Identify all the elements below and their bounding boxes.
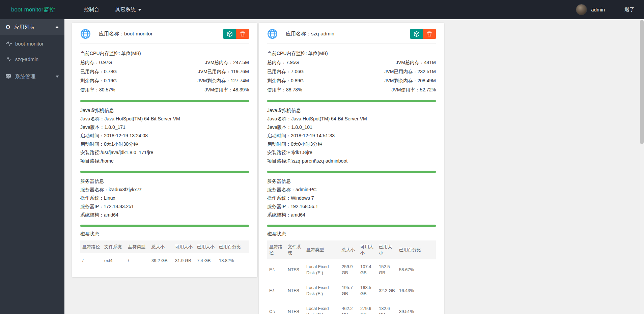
disk-column-header: 已用百分比 <box>217 240 249 253</box>
disk-table-cell: C:\ <box>267 301 286 314</box>
sidebar-app-list: boot-monitorszq-admin <box>0 36 64 66</box>
nav-item-other-systems[interactable]: 其它系统 <box>107 6 149 13</box>
disk-status-heading: 磁盘状态 <box>267 231 436 237</box>
delete-button[interactable] <box>236 29 249 39</box>
cpu-memory-heading: 当前CPU内存监控: 单位(MB) <box>80 49 249 58</box>
cpu-memory-row: 剩余内存：0.89GJVM剩余内存：208.49M <box>267 76 436 85</box>
disk-column-header: 可用大小 <box>358 240 377 259</box>
nav-item-console[interactable]: 控制台 <box>76 6 107 13</box>
jvm-metric: JVM总内存：247.5M <box>205 58 249 67</box>
delete-button[interactable] <box>423 29 436 39</box>
jvm-metric: JVM总内存：441M <box>396 58 436 67</box>
server-info-line: 服务器IP：192.168.56.1 <box>267 202 436 211</box>
deploy-button[interactable] <box>223 29 236 39</box>
trash-icon <box>240 31 245 37</box>
disk-table-cell: 39.51% <box>397 301 436 314</box>
disk-table-cell: 58.67% <box>397 259 436 280</box>
disk-column-header: 总大小 <box>340 240 358 259</box>
cpu-memory-row: 使用率：88.78%JVM使用率：52.72% <box>267 85 436 94</box>
jvm-info-line: 项目路径:/home <box>80 157 249 165</box>
jvm-info-lines: Java名称：Java HotSpot(TM) 64-Bit Server VM… <box>267 115 436 165</box>
jvm-usage-bar <box>80 171 249 173</box>
disk-column-header: 盘符类型 <box>304 240 340 259</box>
sidebar-item-boot-monitor[interactable]: boot-monitor <box>0 36 64 51</box>
disk-table-cell: 182.6 GB <box>377 301 397 314</box>
disk-table-row: /ext4/39.2 GB31.9 GB7.4 GB18.82% <box>80 253 249 268</box>
disk-status-heading: 磁盘状态 <box>80 231 249 237</box>
globe-icon <box>80 29 91 39</box>
jvm-info-heading: Java虚拟机信息 <box>267 106 436 115</box>
app-brand[interactable]: boot-monitor监控 <box>11 6 72 13</box>
sidebar-header-label: 应用列表 <box>14 24 34 30</box>
jvm-metric: JVM使用率：52.72% <box>392 85 436 94</box>
scrollbar-thumb[interactable] <box>640 20 644 144</box>
disk-column-header: 可用大小 <box>173 240 195 253</box>
cpu-memory-row: 已用内存：0.78GJVM已用内存：119.76M <box>80 67 249 76</box>
jvm-info-lines: Java名称：Java HotSpot(TM) 64-Bit Server VM… <box>80 115 249 165</box>
memory-usage-bar <box>80 100 249 102</box>
cube-icon <box>227 31 233 37</box>
sidebar: ⚙ 应用列表 boot-monitorszq-admin 系统管理 <box>0 19 64 314</box>
app-cards: 应用名称：boot-monitor <box>72 23 444 314</box>
jvm-metric: JVM使用率：48.39% <box>205 85 249 94</box>
pulse-icon <box>5 41 12 46</box>
username-label[interactable]: admin <box>591 7 605 12</box>
server-info-line: 服务器IP：172.18.83.251 <box>80 202 249 211</box>
disk-column-header: 盘符路径 <box>80 240 102 253</box>
cpu-memory-rows: 总内存：0.97GJVM总内存：247.5M已用内存：0.78GJVM已用内存：… <box>80 58 249 94</box>
disk-table-cell: E:\ <box>267 259 286 280</box>
jvm-info-line: Java版本：1.8.0_101 <box>267 123 436 132</box>
logout-link[interactable]: 退了 <box>624 6 635 13</box>
sidebar-header-app-list[interactable]: ⚙ 应用列表 <box>0 19 64 35</box>
server-info-lines: 服务器名称：izadux3fzjykx7z操作系统：Linux服务器IP：172… <box>80 185 249 219</box>
deploy-button[interactable] <box>410 29 423 39</box>
disk-column-header: 盘符路径 <box>267 240 286 259</box>
disk-column-header: 总大小 <box>149 240 173 253</box>
disk-table-cell: 195.7 GB <box>340 280 358 301</box>
jvm-info-line: 启动时间：2018-12-19 14:51:33 <box>267 132 436 140</box>
memory-metric: 剩余内存：0.89G <box>267 76 304 85</box>
server-info-line: 操作系统：Linux <box>80 194 249 202</box>
disk-status-table: 盘符路径文件系统盘符类型总大小可用大小已用大小已用百分比 E:\NTFSLoca… <box>267 240 436 314</box>
disk-table-header-row: 盘符路径文件系统盘符类型总大小可用大小已用大小已用百分比 <box>267 240 436 259</box>
disk-table-cell: 39.2 GB <box>149 253 173 268</box>
disk-table-cell: 18.82% <box>217 253 249 268</box>
disk-table-cell: Local Fixed Disk (E:) <box>304 259 340 280</box>
sidebar-item-label: boot-monitor <box>15 41 44 47</box>
disk-table-cell: Local Fixed Disk (C:) <box>304 301 340 314</box>
memory-metric: 总内存：7.95G <box>267 58 299 67</box>
memory-metric: 使用率：88.78% <box>267 85 302 94</box>
disk-column-header: 文件系统 <box>102 240 126 253</box>
sidebar-item-label: szq-admin <box>15 56 38 62</box>
disk-table-row: C:\NTFSLocal Fixed Disk (C:)462.2 GB279.… <box>267 301 436 314</box>
nav-item-console-label: 控制台 <box>84 6 99 13</box>
page-scrollbar[interactable] <box>640 19 644 314</box>
memory-metric: 总内存：0.97G <box>80 58 112 67</box>
main-content: 应用名称：boot-monitor <box>64 19 640 314</box>
disk-table-cell: / <box>126 253 149 268</box>
server-info-line: 系统架构：amd64 <box>267 211 436 219</box>
jvm-info-line: Java名称：Java HotSpot(TM) 64-Bit Server VM <box>80 115 249 123</box>
disk-table-cell: 152.5 GB <box>377 259 397 280</box>
disk-table-cell: F:\ <box>267 280 286 301</box>
jvm-metric: JVM剩余内存：208.49M <box>385 76 436 85</box>
server-divider-bar <box>267 225 436 227</box>
disk-table-cell: NTFS <box>286 280 304 301</box>
pulse-icon <box>5 56 12 62</box>
disk-column-header: 已用大小 <box>377 240 397 259</box>
sidebar-item-system-management[interactable]: 系统管理 <box>0 69 64 84</box>
cpu-memory-row: 使用率：80.57%JVM使用率：48.39% <box>80 85 249 94</box>
card-header: 应用名称：boot-monitor <box>80 29 249 44</box>
disk-table-cell: NTFS <box>286 259 304 280</box>
chevron-down-icon <box>56 76 59 78</box>
app-monitor-card: 应用名称：boot-monitor <box>72 23 257 277</box>
top-navbar: boot-monitor监控 控制台 其它系统 admin 退了 <box>0 0 644 19</box>
chevron-down-icon <box>138 9 141 11</box>
avatar[interactable] <box>576 4 587 15</box>
memory-metric: 已用内存：7.06G <box>267 67 304 76</box>
sidebar-item-szq-admin[interactable]: szq-admin <box>0 52 64 66</box>
disk-column-header: 已用大小 <box>195 240 217 253</box>
jvm-info-line: 安装路径:/usr/java/jdk1.8.0_171/jre <box>80 148 249 157</box>
app-name-title: 应用名称：szq-admin <box>286 31 334 37</box>
jvm-metric: JVM已用内存：232.51M <box>385 67 436 76</box>
